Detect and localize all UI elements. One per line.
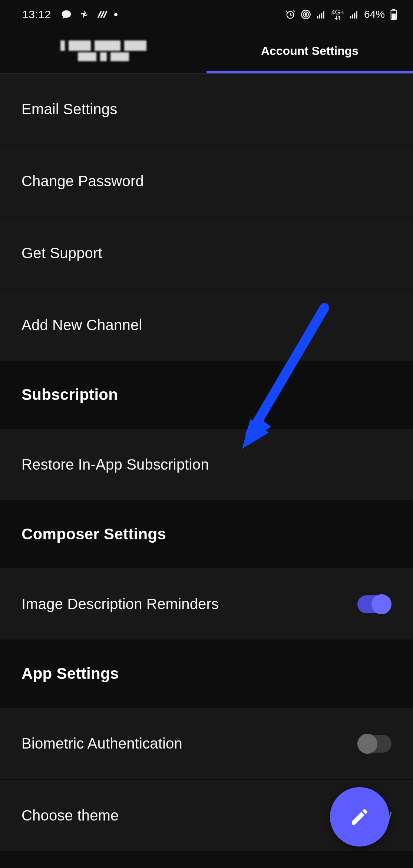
status-left: 13:12 [22, 8, 118, 21]
toggle-knob [371, 594, 391, 614]
row-label: Change Password [22, 173, 144, 190]
signal-icon-2 [349, 10, 359, 19]
row-label: Get Support [22, 245, 102, 262]
section-app-settings: App Settings [0, 640, 413, 708]
svg-line-2 [101, 12, 104, 17]
row-label: Restore In-App Subscription [22, 456, 209, 473]
status-bar: 13:12 4G+ 64% [0, 0, 413, 29]
svg-point-0 [83, 14, 85, 15]
svg-rect-8 [317, 16, 318, 19]
svg-rect-15 [356, 11, 357, 19]
more-indicator-dot [114, 13, 118, 16]
status-right: 4G+ 64% [285, 9, 397, 20]
row-get-support[interactable]: Get Support [0, 217, 413, 289]
row-change-password[interactable]: Change Password [0, 145, 413, 217]
tab-account-settings[interactable]: Account Settings [206, 29, 413, 73]
compose-fab[interactable] [330, 787, 389, 846]
fan-icon [79, 9, 90, 20]
hotspot-icon [301, 9, 311, 20]
network-type-label: 4G+ [331, 9, 344, 20]
row-biometric-authentication[interactable]: Biometric Authentication [0, 708, 413, 779]
svg-rect-10 [321, 13, 322, 19]
section-composer-settings: Composer Settings [0, 500, 413, 568]
redacted-handle [78, 52, 129, 61]
row-label: Choose theme [22, 807, 119, 824]
toggle-biometric-authentication[interactable] [357, 735, 391, 753]
svg-line-1 [98, 12, 101, 17]
svg-rect-12 [350, 16, 351, 19]
tabs-header: Account Settings [0, 29, 413, 73]
row-label: Biometric Authentication [22, 735, 182, 752]
row-label: Email Settings [22, 101, 117, 118]
pencil-icon [349, 806, 370, 827]
row-restore-subscription[interactable]: Restore In-App Subscription [0, 429, 413, 500]
section-subscription: Subscription [0, 361, 413, 429]
svg-rect-11 [323, 11, 324, 19]
lines-icon [96, 9, 108, 20]
chat-bubble-icon [61, 9, 72, 20]
section-title: Composer Settings [22, 525, 166, 543]
row-label: Add New Channel [22, 317, 142, 333]
section-title: Subscription [22, 386, 118, 404]
battery-icon [390, 9, 397, 20]
status-time: 13:12 [22, 8, 51, 21]
svg-rect-18 [391, 14, 396, 19]
redacted-username [60, 40, 146, 51]
row-add-new-channel[interactable]: Add New Channel [0, 289, 413, 361]
svg-rect-13 [352, 14, 353, 19]
toggle-knob [357, 734, 377, 754]
svg-line-3 [104, 12, 107, 17]
alarm-icon [285, 9, 295, 20]
toggle-image-description-reminders[interactable] [357, 595, 391, 613]
svg-point-5 [305, 14, 307, 16]
battery-percentage: 64% [364, 9, 385, 20]
row-label: Image Description Reminders [22, 596, 219, 612]
section-title: App Settings [22, 665, 119, 683]
tab-account-settings-label: Account Settings [261, 44, 359, 58]
settings-list: Email Settings Change Password Get Suppo… [0, 73, 413, 851]
network-type-text: 4G+ [331, 9, 344, 16]
signal-icon-1 [316, 10, 326, 19]
row-email-settings[interactable]: Email Settings [0, 73, 413, 145]
tab-user-profile[interactable] [0, 29, 206, 73]
svg-rect-14 [354, 13, 355, 19]
svg-rect-9 [319, 14, 320, 19]
row-image-description-reminders[interactable]: Image Description Reminders [0, 568, 413, 640]
